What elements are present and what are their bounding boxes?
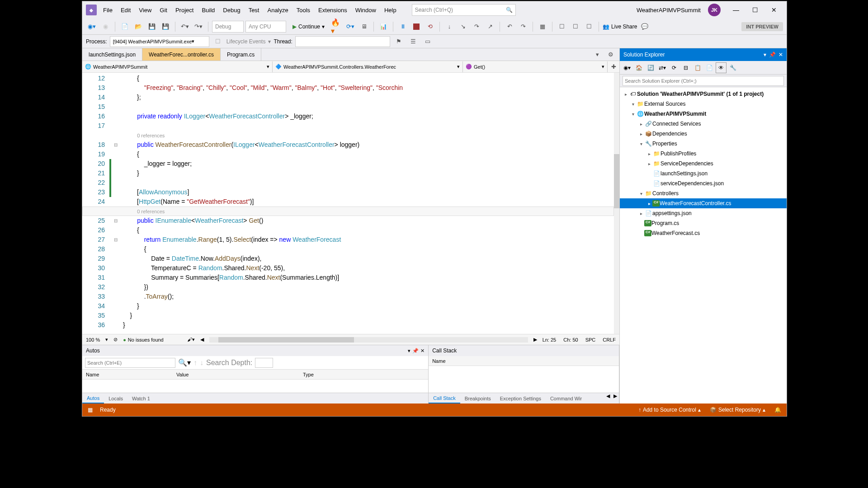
thread-dropdown[interactable] [295,36,390,47]
platform-dropdown[interactable]: Any CPU [245,21,286,33]
cursor-back-icon[interactable]: ↶ [504,21,515,33]
save-icon[interactable]: 💾 [146,21,158,33]
menu-view[interactable]: View [135,5,155,15]
issues-status[interactable]: No issues found [123,337,164,343]
menu-edit[interactable]: Edit [117,5,134,15]
tab-command[interactable]: Command Wir [546,393,586,404]
menu-project[interactable]: Project [172,5,197,15]
feedback-icon[interactable]: 💬 [639,21,651,33]
live-share-button[interactable]: 👥Live Share [603,23,637,30]
pin-icon[interactable]: 📌 [769,52,776,58]
scroll-thumb[interactable] [614,154,619,208]
showall-icon[interactable]: 📋 [692,62,703,73]
tab-gear-icon[interactable]: ⚙ [605,49,617,61]
h-scroll-right[interactable]: ▶ [533,337,537,343]
code-content[interactable]: { "Freezing", "Bracing", "Chilly", "Cool… [120,73,614,334]
tab-watch1[interactable]: Watch 1 [127,393,155,404]
menu-window[interactable]: Window [352,5,380,15]
restart-debug-icon[interactable]: ⟲ [424,21,436,33]
tab-breakpoints[interactable]: Breakpoints [460,393,495,404]
maximize-button[interactable]: ☐ [746,4,764,16]
tool1-icon[interactable]: ☐ [556,21,568,33]
file-tab[interactable]: Program.cs [221,48,261,61]
nav-fwd-icon[interactable]: ◉ [99,21,111,33]
nav-project[interactable]: 🌐WeatherAPIMVPSummit▾ [82,61,273,72]
nav-back-icon[interactable]: ◉▾ [86,21,98,33]
menu-analyze[interactable]: Analyze [264,5,292,15]
minimize-button[interactable]: — [727,4,745,16]
new-project-icon[interactable]: 📄 [119,21,131,33]
browser-icon[interactable]: 🖥 [358,21,370,33]
tree-item[interactable]: ▾📁 External Sources [620,99,787,109]
file-tab[interactable]: launchSettings.json [82,48,142,61]
step-arrow-icon[interactable]: ↓ [443,21,455,33]
preview-icon[interactable]: 👁 [716,62,726,73]
config-dropdown[interactable]: Debug [212,21,244,33]
split-icon[interactable]: ✚ [608,61,619,73]
menu-help[interactable]: Help [381,5,400,15]
pause-icon[interactable]: ⏸ [397,21,409,33]
collapse-icon[interactable]: ⊟ [680,62,691,73]
depth-input[interactable] [255,358,273,368]
tool3-icon[interactable]: ☐ [583,21,595,33]
refresh-icon[interactable]: ⟳ [669,62,679,73]
file-tab[interactable]: WeatherForec...ontroller.cs [142,48,221,61]
zoom-level[interactable]: 100 % [86,337,100,343]
process-dropdown[interactable]: [9404] WeatherAPIMVPSummit.exe ▾ [110,36,209,47]
user-avatar[interactable]: JK [708,4,721,16]
scroll-right-icon[interactable]: ▶ [612,393,619,404]
close-button[interactable]: ✕ [765,4,783,16]
properties-icon[interactable]: 🔧 [727,62,738,73]
notification-icon[interactable]: 🔔 [774,407,781,413]
tab-dropdown-icon[interactable]: ▾ [591,49,603,61]
down-icon[interactable]: ↓ [200,359,203,367]
col-name[interactable]: Name [82,372,173,377]
step-into-icon[interactable]: ↘ [457,21,469,33]
solution-root[interactable]: ▸🏷 Solution 'WeatherAPIMVPSummit' (1 of … [620,89,787,99]
restart-icon[interactable]: ⟳▾ [344,21,356,33]
menu-file[interactable]: File [99,5,116,15]
undo-icon[interactable]: ↶▾ [179,21,191,33]
h-scrollbar[interactable] [209,337,528,343]
error-icon[interactable]: ⊘ [113,337,118,343]
col-type[interactable]: Type [299,372,317,377]
eol-indicator[interactable]: CRLF [603,337,616,343]
flag-icon[interactable]: ⚑ [393,36,405,47]
home-icon[interactable]: 🏠 [633,62,644,73]
autos-search-input[interactable] [85,358,175,368]
step-over-icon[interactable]: ↷ [471,21,482,33]
tree-item[interactable]: ▾🌐 WeatherAPIMVPSummit [620,109,787,119]
tree-item[interactable]: ▸📁 PublishProfiles [620,149,787,159]
tree-item[interactable]: ▾🔧 Properties [620,139,787,149]
solution-search-input[interactable] [623,76,784,86]
tree-item[interactable]: C# WeatherForecast.cs [620,228,787,238]
tree-item[interactable]: ▸📦 Dependencies [620,129,787,139]
switch-icon[interactable]: ⇄▾ [657,62,668,73]
tree-item[interactable]: C# Program.cs [620,218,787,228]
search-icon[interactable]: 🔍▾ [178,358,191,367]
tab-locals[interactable]: Locals [104,393,127,404]
save-all-icon[interactable]: 💾 [160,21,171,33]
perf-icon[interactable]: 📊 [377,21,389,33]
close-icon[interactable]: ✕ [778,52,783,58]
brush-icon[interactable]: 🖌▾ [187,337,195,343]
tree-item[interactable]: 📄 launchSettings.json [620,169,787,178]
stack-icon[interactable]: ☰ [407,36,419,47]
menu-git[interactable]: Git [156,5,171,15]
cursor-fwd-icon[interactable]: ↷ [517,21,529,33]
indent-indicator[interactable]: SPC [585,337,596,343]
panel-close-icon[interactable]: ✕ [420,348,425,354]
tab-callstack[interactable]: Call Stack [429,393,460,404]
step-out-icon[interactable]: ↗ [484,21,496,33]
frame-icon[interactable]: ▭ [422,36,434,47]
back-icon[interactable]: ◉▾ [622,62,632,73]
tab-exceptions[interactable]: Exception Settings [495,393,546,404]
hot-reload-icon[interactable]: 🔥▾ [331,21,343,33]
tree-item[interactable]: ▾📁 Controllers [620,188,787,198]
pin-icon[interactable]: 📌 [412,348,419,354]
source-control-button[interactable]: ↑Add to Source Control ▴ [638,407,701,413]
tree-item[interactable]: ▸🔗 Connected Services [620,119,787,129]
menu-test[interactable]: Test [245,5,263,15]
panel-dropdown-icon[interactable]: ▾ [408,348,410,354]
nav-member[interactable]: 🟣Get()▾ [463,61,608,72]
